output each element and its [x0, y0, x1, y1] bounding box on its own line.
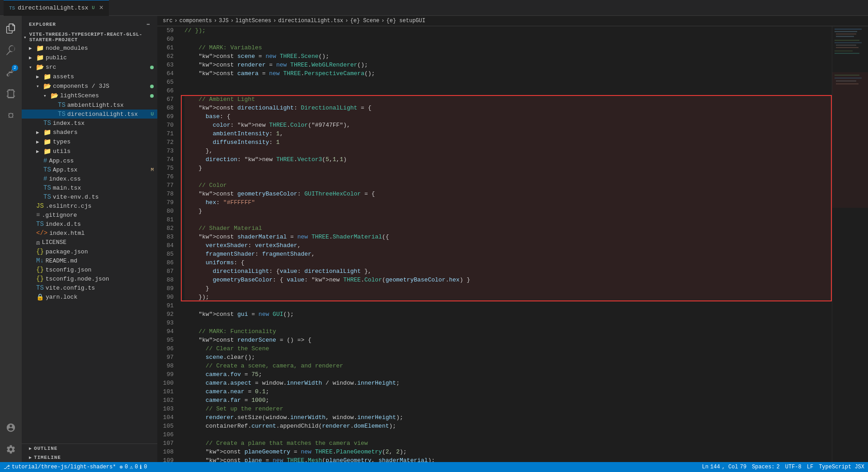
sidebar-title: EXPLORER: [29, 22, 56, 27]
breadcrumb-sep4: ›: [273, 18, 276, 24]
folder-icon: 📁: [43, 129, 51, 136]
sidebar-item-app-css[interactable]: ▶ # App.css: [22, 156, 157, 165]
sidebar-item-index-tsx[interactable]: ▶ TS index.tsx: [22, 119, 157, 128]
eol-setting[interactable]: LF: [807, 464, 813, 470]
sidebar-item-tsconfig-node[interactable]: ▶ {} tsconfig.node.json: [22, 274, 157, 283]
sidebar-item-project[interactable]: ▾ VITE-THREEJS-TYPESCRIPT-REACT-GLSL-STA…: [22, 31, 157, 43]
sidebar-item-yarn-lock[interactable]: ▶ 🔒 yarn.lock: [22, 292, 157, 302]
line-number: 89: [161, 284, 174, 293]
line-numbers: 5960616263646566676869707172737475767778…: [157, 26, 181, 462]
sidebar-item-ambient-light[interactable]: ▶ TS ambientLight.tsx: [22, 100, 157, 110]
code-line: direction: "kw">new THREE.Vector3(5,1,1): [184, 155, 832, 164]
code-line: base: {: [184, 112, 832, 121]
encoding-setting[interactable]: UTF-8: [785, 464, 802, 470]
editor-scroll[interactable]: 5960616263646566676869707172737475767778…: [157, 26, 832, 462]
code-line: // Clear the Scene: [184, 344, 832, 353]
sidebar-item-node-modules[interactable]: ▶ 📁 node_modules: [22, 43, 157, 53]
col-sep: , Col: [722, 464, 738, 470]
code-line: camera.aspect = window.innerWidth / wind…: [184, 379, 832, 387]
tab-filename: directionalLight.tsx: [18, 5, 88, 11]
sidebar-item-license[interactable]: ▶ ⚖ LICENSE: [22, 238, 157, 247]
svg-rect-2: [835, 31, 857, 32]
line-number: 72: [161, 138, 174, 147]
svg-rect-3: [836, 33, 856, 34]
sidebar-item-shaders[interactable]: ▶ 📁 shaders: [22, 128, 157, 137]
tab-close-button[interactable]: ×: [99, 4, 104, 12]
folder-open-icon: 📂: [43, 82, 51, 90]
sidebar-item-lightscenes[interactable]: ▾ 📂 lightScenes: [22, 91, 157, 100]
css-file-icon: #: [43, 175, 47, 182]
sidebar-item-assets[interactable]: ▶ 📁 assets: [22, 72, 157, 81]
code-line: [184, 78, 832, 86]
line-number: 97: [161, 353, 174, 362]
activity-run-debug[interactable]: [2, 85, 20, 103]
line-number: 100: [161, 379, 174, 387]
sidebar-item-types[interactable]: ▶ 📁 types: [22, 137, 157, 147]
sidebar-item-vite-env[interactable]: ▶ TS vite-env.d.ts: [22, 192, 157, 201]
git-branch[interactable]: ⎇ tutorial/three-js/light-shaders*: [4, 464, 116, 471]
cursor-position[interactable]: Ln 144 , Col 79: [702, 464, 746, 470]
sidebar-item-public[interactable]: ▶ 📁 public: [22, 53, 157, 62]
sidebar-item-gitignore[interactable]: ▶ ≡ .gitignore: [22, 210, 157, 219]
code-line: "kw">const plane = new THREE.Mesh(planeG…: [184, 456, 832, 462]
code-line: diffuseIntensity: 1: [184, 138, 832, 147]
sidebar-item-utils[interactable]: ▶ 📁 utils: [22, 147, 157, 156]
sidebar-item-src[interactable]: ▾ 📂 src: [22, 62, 157, 72]
tab-modified-indicator: U: [92, 5, 94, 10]
svg-rect-7: [836, 45, 856, 46]
sidebar-item-tsconfig[interactable]: ▶ {} tsconfig.json: [22, 265, 157, 274]
index-css-label: index.css: [49, 176, 80, 182]
new-file-icon[interactable]: ⋯: [146, 21, 150, 27]
folder-icon: 📁: [36, 44, 44, 52]
svg-rect-14: [836, 81, 856, 81]
json-file-icon: {}: [36, 275, 44, 282]
line-number: 108: [161, 448, 174, 456]
sidebar-item-main-tsx[interactable]: ▶ TS main.tsx: [22, 183, 157, 192]
sidebar-item-components[interactable]: ▾ 📂 components / 3JS: [22, 81, 157, 91]
timeline-panel-header[interactable]: ▶ TIMELINE: [22, 453, 157, 462]
sidebar-item-vite-config[interactable]: ▶ TS vite.config.ts: [22, 283, 157, 292]
sidebar-item-index-dts[interactable]: ▶ TS index.d.ts: [22, 219, 157, 229]
outline-panel-header[interactable]: ▶ OUTLINE: [22, 444, 157, 453]
activity-account[interactable]: [2, 419, 20, 437]
tab-bar: TS directionalLight.tsx U ×: [0, 0, 868, 16]
status-left: ⎇ tutorial/three-js/light-shaders* ⊗ 0 ⚠…: [4, 464, 147, 471]
spaces-setting[interactable]: Spaces: 2: [752, 464, 780, 470]
sidebar-item-directional-light[interactable]: ▶ TS directionalLight.tsx U: [22, 110, 157, 119]
activity-extensions[interactable]: [2, 106, 20, 124]
ts-file-icon: TS: [43, 119, 51, 127]
sidebar-item-package-json[interactable]: ▶ {} package.json: [22, 247, 157, 256]
breadcrumb: src › components › 3JS › lightScenes › d…: [157, 16, 868, 26]
editor-area: src › components › 3JS › lightScenes › d…: [157, 16, 868, 462]
breadcrumb-sep: ›: [175, 18, 178, 24]
code-line: "kw">const camera = new THREE.Perspectiv…: [184, 69, 832, 78]
error-count[interactable]: ⊗ 0 ⚠ 0 ℹ 0: [119, 464, 147, 471]
editor-tab[interactable]: TS directionalLight.tsx U ×: [4, 0, 109, 16]
language-mode[interactable]: TypeScript JSX: [819, 464, 864, 470]
activity-search[interactable]: [2, 41, 20, 59]
line-number: 60: [161, 35, 174, 43]
outline-arrow: ▶: [29, 446, 32, 451]
sidebar: EXPLORER ⋯ ▾ VITE-THREEJS-TYPESCRIPT-REA…: [22, 16, 157, 462]
activity-source-control[interactable]: 2: [2, 63, 20, 81]
lightscenes-modified-dot: [150, 94, 154, 98]
sidebar-item-readme[interactable]: ▶ M↓ README.md: [22, 256, 157, 265]
activity-settings[interactable]: [2, 440, 20, 458]
breadcrumb-3js: 3JS: [219, 18, 229, 24]
line-number: 84: [161, 241, 174, 250]
sidebar-item-index-html[interactable]: ▶ </> index.html: [22, 229, 157, 238]
sidebar-item-eslintrc[interactable]: ▶ JS .eslintrc.cjs: [22, 201, 157, 210]
spaces-label: Spaces:: [752, 464, 774, 470]
breadcrumb-lightscenes: lightScenes: [236, 18, 271, 24]
assets-label: assets: [53, 73, 74, 80]
svg-rect-12: [835, 75, 859, 76]
sidebar-item-app-tsx[interactable]: ▶ TS App.tsx M: [22, 165, 157, 174]
activity-explorer[interactable]: [2, 19, 20, 38]
code-lines[interactable]: // }); // MARK: Variables "kw">const sce…: [181, 26, 832, 462]
sidebar-item-index-css[interactable]: ▶ # index.css: [22, 174, 157, 183]
line-number: 67: [161, 95, 174, 104]
status-bar: ⎇ tutorial/three-js/light-shaders* ⊗ 0 ⚠…: [0, 462, 868, 472]
readme-label: README.md: [46, 257, 77, 264]
gitignore-label: .gitignore: [42, 212, 77, 219]
svg-rect-6: [835, 42, 862, 43]
